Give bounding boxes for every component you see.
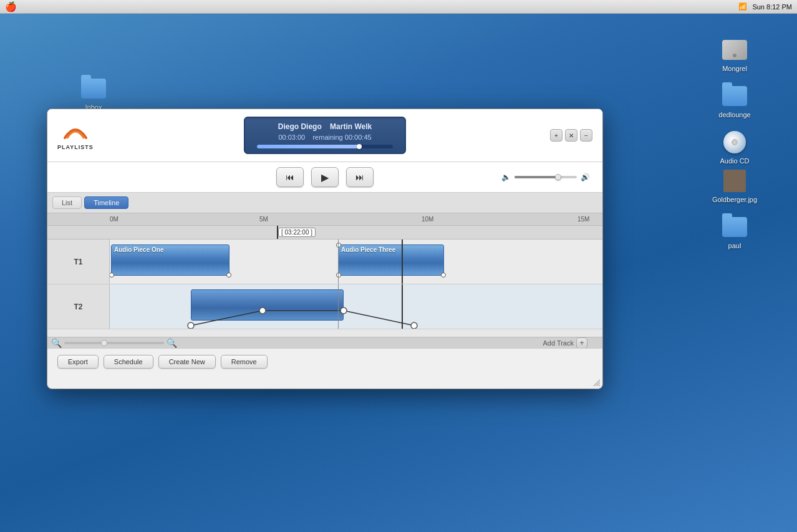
now-playing-title: Diego Diego Martin Welk bbox=[257, 122, 393, 131]
menubar: 🍎 📶 Sun 8:12 PM bbox=[0, 0, 797, 14]
volume-low-icon: 🔈 bbox=[501, 173, 511, 181]
clip-handle-bl3[interactable] bbox=[336, 273, 341, 278]
playhead-track2 bbox=[402, 284, 403, 329]
zoom-thumb bbox=[101, 340, 107, 346]
track-label-t1: T1 bbox=[47, 239, 110, 284]
resize-icon bbox=[591, 377, 600, 386]
clip-t2-unnamed[interactable] bbox=[191, 289, 344, 321]
zoom-out-icon[interactable]: 🔍 bbox=[51, 338, 62, 348]
clip-label-1: Audio Piece One bbox=[114, 246, 163, 253]
svg-point-0 bbox=[188, 322, 194, 329]
desktop-icon-goldberger[interactable]: Goldberger.jpg bbox=[710, 168, 760, 203]
time-display: Sun 8:12 PM bbox=[752, 3, 792, 11]
progress-fill bbox=[257, 145, 359, 148]
svg-point-3 bbox=[411, 322, 417, 329]
playlists-logo: PLAYLISTS bbox=[57, 120, 94, 150]
clip-audio-piece-three[interactable]: Audio Piece Three bbox=[338, 244, 444, 276]
desktop-icon-audio-cd[interactable]: Audio CD bbox=[710, 130, 760, 165]
ruler-mark-0m: 0M bbox=[110, 216, 118, 223]
desktop: Inbox Mongrel dedlounge Audio CD Goldber… bbox=[0, 14, 797, 532]
timeline-container: 0M 5M 10M 15M [ 03:22:00 ] bbox=[47, 213, 602, 348]
zoom-in-icon[interactable]: 🔍 bbox=[167, 338, 177, 348]
window-controls: + ✕ − bbox=[550, 129, 592, 142]
track-content-t2[interactable] bbox=[110, 284, 602, 329]
rewind-button[interactable]: ⏮ bbox=[276, 167, 304, 187]
schedule-button[interactable]: Schedule bbox=[104, 355, 153, 369]
remove-button[interactable]: Remove bbox=[221, 355, 268, 369]
ruler-marks: 0M 5M 10M 15M bbox=[110, 215, 602, 225]
add-track-button[interactable]: + bbox=[576, 337, 587, 349]
ruler-mark-15m: 15M bbox=[577, 216, 589, 223]
ruler-mark-5m: 5M bbox=[259, 216, 268, 223]
logo-svg bbox=[60, 120, 91, 143]
transport-area: ⏮ ▶ ⏭ 🔈 🔊 bbox=[47, 162, 602, 193]
add-button[interactable]: + bbox=[550, 129, 563, 142]
volume-fill bbox=[514, 176, 558, 178]
progress-thumb bbox=[357, 144, 362, 149]
close-button[interactable]: ✕ bbox=[565, 129, 577, 142]
clip-handle-br3[interactable] bbox=[441, 273, 446, 278]
minimize-button[interactable]: − bbox=[580, 129, 592, 142]
clip-handle-tl[interactable] bbox=[336, 243, 341, 248]
resize-handle[interactable] bbox=[591, 377, 600, 386]
fast-forward-button[interactable]: ⏭ bbox=[346, 167, 374, 187]
volume-high-icon: 🔊 bbox=[581, 173, 590, 181]
playhead-area[interactable]: [ 03:22:00 ] bbox=[47, 226, 602, 239]
bottom-buttons: Export Schedule Create New Remove bbox=[47, 348, 602, 375]
header-area: PLAYLISTS Diego Diego Martin Welk 00:03:… bbox=[47, 109, 602, 162]
desktop-icon-mongrel[interactable]: Mongrel bbox=[710, 37, 760, 72]
clip-handle-bl[interactable] bbox=[110, 273, 114, 278]
zoom-slider[interactable] bbox=[64, 342, 164, 344]
export-button[interactable]: Export bbox=[57, 355, 99, 369]
now-playing-display: Diego Diego Martin Welk 00:03:00 remaini… bbox=[244, 117, 406, 154]
logo-text: PLAYLISTS bbox=[57, 144, 94, 150]
desktop-icon-dedlounge[interactable]: dedlounge bbox=[710, 84, 760, 118]
tab-list[interactable]: List bbox=[52, 196, 82, 209]
track-content-t1[interactable]: Audio Piece One Audio Piece Three bbox=[110, 239, 602, 284]
add-track-label: Add Track bbox=[543, 339, 574, 347]
play-button[interactable]: ▶ bbox=[311, 167, 339, 187]
progress-bar[interactable] bbox=[257, 145, 393, 148]
desktop-icon-folder[interactable]: Inbox bbox=[69, 76, 118, 111]
clip-label-3: Audio Piece Three bbox=[341, 246, 395, 253]
playhead-label: [ 03:22:00 ] bbox=[278, 228, 316, 237]
window-content: PLAYLISTS Diego Diego Martin Welk 00:03:… bbox=[47, 109, 602, 375]
desktop-icon-paul[interactable]: paul bbox=[710, 215, 760, 249]
apple-menu[interactable]: 🍎 bbox=[5, 1, 17, 12]
volume-thumb bbox=[555, 174, 561, 180]
volume-control: 🔈 🔊 bbox=[501, 173, 590, 181]
create-new-button[interactable]: Create New bbox=[158, 355, 216, 369]
envelope-svg-t2 bbox=[110, 284, 602, 329]
track-row-t1: T1 Audio Piece One Audio Pi bbox=[47, 239, 602, 284]
tracks-area: T1 Audio Piece One Audio Pi bbox=[47, 239, 602, 337]
app-window: PLAYLISTS Diego Diego Martin Welk 00:03:… bbox=[47, 109, 603, 389]
timeline-ruler: 0M 5M 10M 15M bbox=[47, 213, 602, 226]
clip-handle-br[interactable] bbox=[226, 273, 231, 278]
tab-timeline[interactable]: Timeline bbox=[84, 196, 128, 209]
add-track-area: Add Track + bbox=[543, 337, 587, 349]
timeline-scrollbar: 🔍 🔍 Add Track + bbox=[47, 337, 602, 348]
menubar-left: 🍎 bbox=[5, 1, 17, 12]
track-row-t2: T2 bbox=[47, 284, 602, 329]
ruler-mark-10m: 10M bbox=[422, 216, 433, 223]
menubar-right: 📶 Sun 8:12 PM bbox=[738, 2, 792, 11]
svg-line-6 bbox=[599, 385, 600, 386]
zoom-control: 🔍 🔍 bbox=[51, 338, 177, 348]
clip-audio-piece-one[interactable]: Audio Piece One bbox=[111, 244, 229, 276]
volume-slider[interactable] bbox=[514, 176, 577, 178]
now-playing-time: 00:03:00 remaining 00:00:45 bbox=[257, 133, 393, 141]
playhead-indicator: [ 03:22:00 ] bbox=[277, 226, 316, 239]
tab-bar: List Timeline bbox=[47, 193, 602, 213]
track-label-t2: T2 bbox=[47, 284, 110, 329]
wifi-icon: 📶 bbox=[738, 2, 747, 11]
